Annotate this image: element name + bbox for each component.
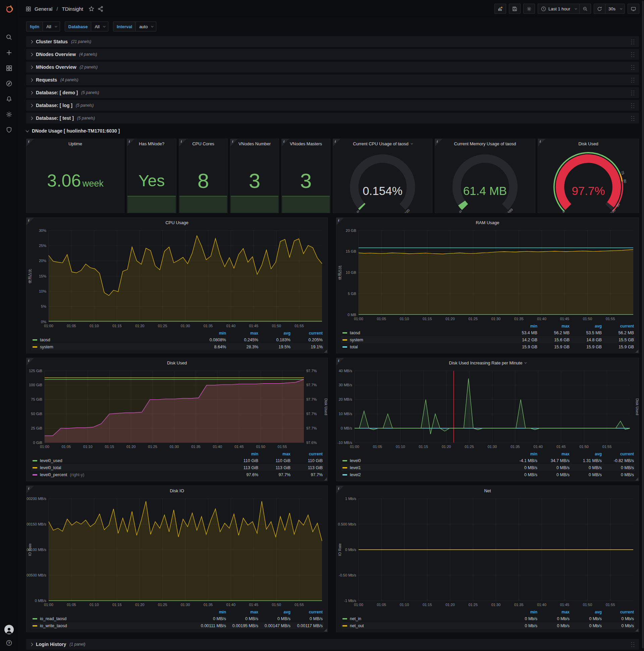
legend-series-name[interactable]: net_out [350,623,364,628]
panel-title[interactable]: Disk Used Increasing Rate per Minute [336,358,639,367]
panel-resize-handle[interactable] [635,628,638,631]
panel-title[interactable]: Current Memory Usage of taosd [435,139,535,148]
row-drag-handle[interactable] [631,90,635,96]
legend-series-name[interactable]: level1 [350,465,361,470]
variable-value-dropdown[interactable]: All [43,22,60,32]
dashboard-row[interactable]: Database: [ test ] (5 panels) [26,113,639,123]
refresh-interval-dropdown[interactable]: 30s [605,4,625,14]
row-login-history[interactable]: Login History (1 panel) [26,639,639,650]
legend-series-name[interactable]: level0_percent [40,472,67,477]
time-series-canvas[interactable]: -1 Mb/s-0.50 Mb/s0 Mb/s0.500 Mb/s1 Mb/s0… [336,495,639,608]
legend-series-name[interactable]: level0 [350,458,361,463]
panel-info-icon[interactable]: i [435,139,443,146]
row-drag-handle[interactable] [631,52,635,57]
legend-series-name[interactable]: level0_used [40,458,62,463]
legend-series-name[interactable]: total [350,345,358,349]
row-drag-handle[interactable] [631,77,635,83]
alerting-bell-icon[interactable] [6,96,12,102]
row-drag-handle[interactable] [631,103,635,108]
star-icon[interactable] [89,6,94,12]
dashboard-row[interactable]: DNodes Overview (4 panels) [26,49,639,60]
help-icon[interactable]: ? [6,640,12,646]
time-series-canvas[interactable]: 0%5%10%15%20%25%30%01:0001:0501:1001:150… [27,227,327,329]
breadcrumb-dashboard-title[interactable]: TDinsight [62,6,83,12]
panel-info-icon[interactable]: i [27,358,34,366]
legend-stat-value: 19.1% [290,345,323,349]
dashboard-row[interactable]: Requests (4 panels) [26,74,639,85]
panel-info-icon[interactable]: i [179,139,187,146]
panel-info-icon[interactable]: i [27,486,34,493]
kiosk-tv-button[interactable] [627,4,639,14]
panel-info-icon[interactable]: i [230,139,238,146]
panel-resize-handle[interactable] [324,350,327,353]
dashboard-row[interactable]: Cluster Status (21 panels) [26,36,639,47]
panel-title[interactable]: CPU Usage [27,218,327,227]
grafana-logo-icon[interactable] [3,3,15,14]
panel-title[interactable]: RAM Usage [336,218,639,227]
legend-stat-value: 15.9 GB [505,345,537,349]
legend-series-name[interactable]: system [350,338,363,342]
legend-series-name[interactable]: io_write_taosd [40,623,67,628]
legend-series-name[interactable]: taosd [350,331,360,335]
dashboard-grid-icon[interactable] [26,6,31,12]
panel-info-icon[interactable]: i [27,218,34,225]
panel-info-icon[interactable]: i [538,139,545,146]
panel-title[interactable]: Current CPU Usage of taosd [333,139,432,148]
refresh-button[interactable] [594,4,605,14]
legend-series-name[interactable]: net_in [350,616,361,621]
legend-header: max [226,331,258,336]
legend-series-name[interactable]: level2 [350,472,361,477]
row-drag-handle[interactable] [631,642,635,647]
variable-value-dropdown[interactable]: auto [136,22,156,32]
add-panel-button[interactable] [494,4,506,14]
panel-title[interactable]: Net [336,486,639,495]
panel-info-icon[interactable]: i [336,486,344,493]
panel-title[interactable]: Disk IO [27,486,327,495]
panel-resize-handle[interactable] [635,477,638,480]
panel-resize-handle[interactable] [324,628,327,631]
variable-value-dropdown[interactable]: All [91,22,108,32]
legend-series-name[interactable]: system [40,345,53,349]
time-series-canvas[interactable]: 0 MB/s0.000500 MB/s0.00100 MB/s0.00150 M… [27,495,327,608]
panel-info-icon[interactable]: i [27,139,34,146]
explore-compass-icon[interactable] [6,80,12,87]
settings-gear-icon[interactable] [6,111,12,118]
scrollbar[interactable] [642,1,644,648]
dashboard-settings-button[interactable] [523,4,535,14]
dashboard-row[interactable]: MNodes Overview (2 panels) [26,62,639,72]
legend-series-name[interactable]: taosd [40,338,50,342]
row-drag-handle[interactable] [631,116,635,121]
dashboard-row[interactable]: Database: [ log ] (5 panels) [26,100,639,111]
panel-info-icon[interactable]: i [282,139,289,146]
panel-resize-handle[interactable] [635,350,638,353]
panel-info-icon[interactable]: i [127,139,134,146]
search-icon[interactable] [6,34,12,41]
create-plus-icon[interactable] [6,49,12,56]
panel-info-icon[interactable]: i [336,218,344,225]
panel-title[interactable]: Disk Used [27,358,327,367]
legend-row: total15.9 GB15.9 GB15.9 GB15.9 GB [341,343,635,350]
breadcrumb-folder[interactable]: General [35,6,52,12]
admin-shield-icon[interactable] [6,126,12,133]
panel-info-icon[interactable]: i [336,358,344,366]
row-drag-handle[interactable] [631,64,635,70]
legend-header: max [537,324,570,329]
time-series-canvas[interactable]: -10 MB/s0 MB/s10 MB/s20 MB/s30 MB/s40 MB… [336,367,639,450]
share-icon[interactable] [98,6,103,12]
save-dashboard-button[interactable] [509,4,521,14]
time-range-picker[interactable]: Last 1 hour [538,4,579,14]
legend-series-name[interactable]: io_read_taosd [40,616,66,621]
time-series-canvas[interactable]: 0 GiB97.6%25 GiB97.7%50 GiB97.7%75 GiB97… [27,367,327,450]
dashboard-row[interactable]: Database: [ demo ] (5 panels) [26,87,639,98]
zoom-out-button[interactable] [579,4,591,14]
panel-info-icon[interactable]: i [333,139,341,146]
row-drag-handle[interactable] [631,39,635,44]
legend-series-name[interactable]: level0_total [40,465,61,470]
panel-title[interactable]: Uptime [27,139,124,148]
time-series-canvas[interactable]: 0 MB5 GB10 GB15 GB20 GB01:0001:0501:1001… [336,227,639,322]
dashboards-icon[interactable] [6,65,12,71]
row-dnode-usage[interactable]: DNode Usage [ huolinhe-TM1701:6030 ] [26,126,639,136]
panel-title[interactable]: Disk Used [538,139,639,148]
user-avatar[interactable] [4,625,14,634]
panel-resize-handle[interactable] [324,477,327,480]
